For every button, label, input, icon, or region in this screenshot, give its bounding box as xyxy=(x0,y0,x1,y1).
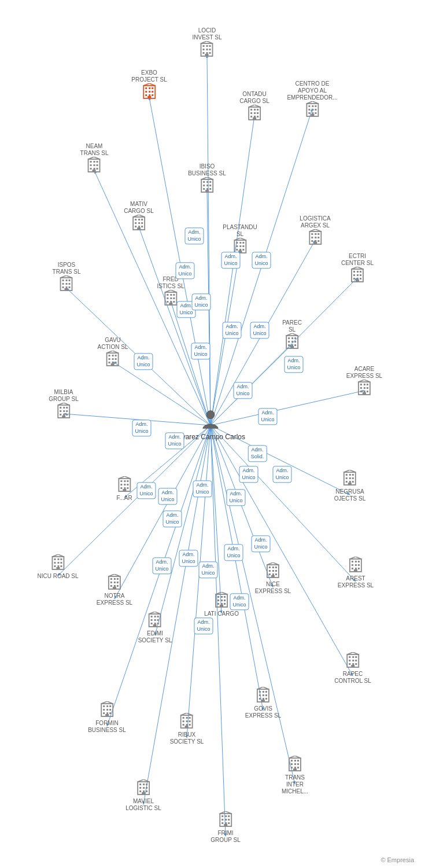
adm-badge-adm8[interactable]: Adm.Unico xyxy=(222,322,241,339)
svg-rect-233 xyxy=(63,410,65,412)
company-node-negrusa[interactable]: NEGRUSAOJECTS SL xyxy=(334,470,365,502)
adm-badge-adm7[interactable]: Adm.Unico xyxy=(252,252,271,269)
company-node-transinter[interactable]: TRANSINTERMICHEL... xyxy=(282,756,308,795)
adm-badge-adm21[interactable]: Adm.Unico xyxy=(193,480,212,497)
company-node-logistica[interactable]: LOGISTICAARGEX SL xyxy=(300,215,330,248)
adm-badge-adm17[interactable]: Adm.Unico xyxy=(239,466,258,483)
building-icon-rapec xyxy=(346,652,360,671)
adm-badge-adm5[interactable]: Adm.Unico xyxy=(191,293,211,310)
adm-badge-adm28[interactable]: Adm.Unico xyxy=(230,593,249,610)
company-node-ontadu[interactable]: ONTADUCARGO SL xyxy=(239,91,269,123)
svg-rect-307 xyxy=(151,616,153,617)
svg-rect-173 xyxy=(169,303,172,305)
svg-rect-100 xyxy=(206,181,208,183)
adm-badge-adm16[interactable]: Adm.Solid. xyxy=(248,445,267,462)
svg-rect-268 xyxy=(110,578,112,580)
adm-badge-label-adm10: Adm.Unico xyxy=(191,343,210,359)
svg-rect-311 xyxy=(154,619,156,621)
adm-badge-adm25[interactable]: Adm.Unico xyxy=(179,550,198,567)
copyright: © Empresia xyxy=(381,856,414,863)
company-node-ectri[interactable]: ECTRICENTER SL xyxy=(341,253,374,285)
adm-badge-adm27[interactable]: Adm.Unico xyxy=(152,557,171,574)
adm-badge-adm9[interactable]: Adm.Unico xyxy=(250,322,269,339)
svg-rect-285 xyxy=(272,570,274,572)
svg-rect-64 xyxy=(254,112,256,114)
svg-rect-90 xyxy=(94,164,95,166)
company-node-neam[interactable]: NEAMTRANS SL xyxy=(80,143,109,175)
adm-badge-adm30[interactable]: Adm.Unico xyxy=(163,510,182,527)
adm-badge-adm14[interactable]: Adm.Unico xyxy=(132,420,151,436)
company-node-govis[interactable]: GOVISEXPRESS SL xyxy=(245,687,281,719)
adm-badge-adm20[interactable]: Adm.Unico xyxy=(158,488,177,505)
svg-rect-261 xyxy=(54,565,56,567)
svg-rect-298 xyxy=(355,564,357,566)
company-node-gavu[interactable]: GAVUACTION SL xyxy=(98,337,128,369)
adm-badge-label-adm4: Adm.Unico xyxy=(134,353,153,370)
company-node-centro[interactable]: CENTRO DEAPOYO ALEMPRENDEDOR... xyxy=(287,80,337,120)
company-label-gavu: GAVUACTION SL xyxy=(98,337,128,351)
adm-badge-adm24[interactable]: Adm.Unico xyxy=(224,544,243,561)
adm-badge-adm13[interactable]: Adm.Unico xyxy=(258,408,277,425)
adm-badge-adm15[interactable]: Adm.Unico xyxy=(165,432,184,449)
svg-line-7 xyxy=(139,227,211,425)
adm-badge-adm11[interactable]: Adm.Unico xyxy=(284,356,303,373)
svg-rect-91 xyxy=(97,164,98,166)
company-node-acare[interactable]: ACAREEXPRESS SL xyxy=(346,366,382,398)
svg-rect-222 xyxy=(360,391,362,392)
adm-badge-label-adm30: Adm.Unico xyxy=(163,510,182,527)
svg-rect-295 xyxy=(355,561,357,562)
adm-badge-adm18[interactable]: Adm.Unico xyxy=(272,466,291,483)
svg-rect-366 xyxy=(106,712,108,714)
company-node-ispos[interactable]: ISPOSTRANS SL xyxy=(53,262,81,294)
svg-rect-35 xyxy=(206,45,208,47)
company-node-exbo[interactable]: EXBOPROJECT SL xyxy=(131,69,167,102)
adm-badge-adm6[interactable]: Adm.Unico xyxy=(221,252,240,269)
company-node-far[interactable]: F...AR xyxy=(116,476,132,502)
company-node-maviel[interactable]: MAVIELLOGISTIC SL xyxy=(125,779,161,812)
svg-rect-386 xyxy=(294,760,296,762)
company-label-notra: NOTRAEXPRESS SL xyxy=(97,593,132,606)
company-node-parec[interactable]: PARECSL xyxy=(282,319,302,352)
adm-badge-adm22[interactable]: Adm.Unico xyxy=(226,489,245,506)
svg-rect-301 xyxy=(355,568,357,569)
company-node-nice[interactable]: NICEEXPRESS SL xyxy=(255,562,291,595)
svg-rect-39 xyxy=(209,49,211,50)
svg-rect-217 xyxy=(364,384,365,385)
svg-rect-294 xyxy=(352,561,353,562)
company-node-formin[interactable]: FORMINBUSINESS SL xyxy=(88,701,126,734)
svg-rect-275 xyxy=(114,585,116,587)
center-node[interactable]: Alvarez Campo Carlos xyxy=(176,409,245,442)
svg-line-22 xyxy=(155,425,211,635)
adm-badge-adm23[interactable]: Adm.Unico xyxy=(251,535,270,552)
adm-badge-adm1[interactable]: Adm.Unico xyxy=(184,227,204,244)
svg-rect-38 xyxy=(206,49,208,50)
svg-rect-416 xyxy=(228,819,230,821)
svg-rect-212 xyxy=(111,363,115,366)
adm-badge-adm2[interactable]: Adm.Unico xyxy=(175,262,194,279)
company-node-rapec[interactable]: RAPECCONTROL SL xyxy=(334,652,371,685)
svg-rect-139 xyxy=(66,279,68,281)
adm-badge-adm26[interactable]: Adm.Unico xyxy=(198,561,217,578)
svg-rect-151 xyxy=(236,242,238,244)
company-node-notra[interactable]: NOTRAEXPRESS SL xyxy=(97,574,132,606)
adm-badge-adm12[interactable]: Adm.Unico xyxy=(233,382,252,399)
company-node-ribux[interactable]: RIBUXSOCIETY SL xyxy=(170,713,204,745)
company-node-edimi[interactable]: EDIMISOCIETY SL xyxy=(138,612,172,644)
adm-badge-adm19[interactable]: Adm.Unico xyxy=(136,482,156,499)
svg-rect-255 xyxy=(54,558,56,560)
company-node-milbia[interactable]: MILBIAGROUP SL xyxy=(49,389,79,421)
company-node-ibiso[interactable]: IBISOBUSINESS SL xyxy=(188,163,226,196)
adm-badge-adm10[interactable]: Adm.Unico xyxy=(191,343,210,359)
svg-rect-75 xyxy=(315,105,316,107)
svg-rect-144 xyxy=(62,286,64,288)
company-node-frimi[interactable]: FRIMIGROUP SL xyxy=(211,811,241,844)
building-icon-nicuroad xyxy=(51,554,65,573)
company-node-mativ[interactable]: MATIVCARGO SL xyxy=(124,201,154,233)
adm-badge-adm4[interactable]: Adm.Unico xyxy=(134,353,153,370)
svg-rect-210 xyxy=(112,362,114,363)
company-node-nicuroad[interactable]: NICU ROAD SL xyxy=(37,554,78,580)
company-label-ectri: ECTRICENTER SL xyxy=(341,253,374,267)
company-node-arest[interactable]: ARESTEXPRESS SL xyxy=(338,557,374,589)
adm-badge-adm29[interactable]: Adm.Unico xyxy=(194,617,213,634)
company-node-locid[interactable]: LOCIDINVEST SL xyxy=(193,27,222,60)
